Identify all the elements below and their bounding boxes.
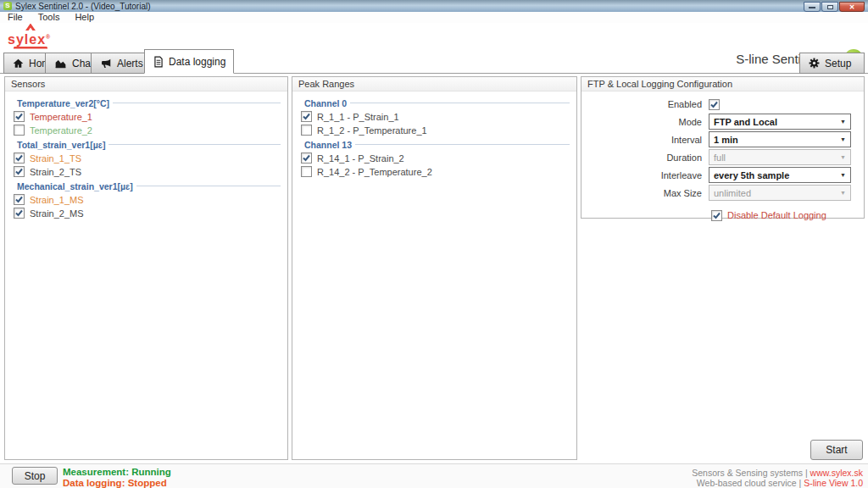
menu-file[interactable]: File bbox=[0, 12, 31, 23]
interleave-row: Interleave every 5th sample▼ bbox=[581, 166, 864, 184]
close-button[interactable]: ✕ bbox=[839, 2, 865, 12]
mode-row: Mode FTP and Local▼ bbox=[581, 113, 864, 130]
tab-bar: Home Charts Alerts [2|13] Data logging bbox=[0, 50, 868, 74]
duration-dropdown: full▼ bbox=[709, 149, 851, 165]
chevron-down-icon: ▼ bbox=[837, 114, 849, 129]
sline-view-link[interactable]: S-line View 1.0 bbox=[804, 478, 863, 488]
max-size-dropdown: unlimited▼ bbox=[709, 185, 851, 201]
checkbox[interactable] bbox=[14, 125, 25, 136]
sensor-row: Temperature_2 bbox=[9, 124, 282, 136]
peak-range-row: R_14_1 - P_Strain_2 bbox=[297, 152, 571, 164]
sensors-panel: Sensors Temperature_ver2[°C] Temperature… bbox=[4, 76, 288, 460]
menu-bar: File Tools Help bbox=[0, 12, 868, 23]
chevron-down-icon: ▼ bbox=[837, 186, 849, 200]
footer-line1: Sensors & Sensing systems | www.sylex.sk bbox=[692, 468, 863, 478]
sensor-label: Strain_1_TS bbox=[30, 153, 81, 164]
home-icon bbox=[12, 58, 25, 69]
sensor-label: Temperature_2 bbox=[30, 125, 92, 136]
menu-tools[interactable]: Tools bbox=[31, 12, 68, 23]
disable-default-label: Disable Default Logging bbox=[727, 210, 826, 220]
sensor-row: Strain_1_TS bbox=[9, 152, 282, 164]
sylex-website-link[interactable]: www.sylex.sk bbox=[810, 468, 863, 478]
sensor-label: Strain_2_MS bbox=[30, 208, 84, 219]
gear-icon bbox=[808, 57, 821, 69]
window-title: Sylex Sentinel 2.0 - (Video_Tutorial) bbox=[15, 2, 151, 11]
minimize-button[interactable] bbox=[804, 2, 821, 12]
ftp-logging-panel: FTP & Local Logging Configuration Enable… bbox=[581, 76, 865, 219]
sensor-group-header: Total_strain_ver1[µɛ] bbox=[9, 138, 282, 151]
peak-range-label: R_1_1 - P_Strain_1 bbox=[317, 112, 399, 122]
peak-ranges-panel: Peak Ranges Channel 0 R_1_1 - P_Strain_1… bbox=[292, 76, 577, 460]
peak-range-label: R_14_1 - P_Strain_2 bbox=[317, 153, 404, 164]
duration-row: Duration full▼ bbox=[581, 148, 864, 166]
max-size-row: Max Size unlimited▼ bbox=[581, 184, 864, 202]
ftp-panel-title: FTP & Local Logging Configuration bbox=[581, 77, 864, 92]
peak-range-row: R_1_1 - P_Strain_1 bbox=[297, 110, 571, 123]
sensor-label: Strain_1_MS bbox=[30, 195, 84, 205]
checkbox[interactable] bbox=[14, 111, 25, 122]
disable-default-row: Disable Default Logging bbox=[581, 207, 864, 224]
checkbox[interactable] bbox=[14, 208, 25, 219]
app-icon: S bbox=[3, 2, 12, 10]
logging-status: Data logging: Stopped bbox=[63, 478, 167, 488]
menu-help[interactable]: Help bbox=[67, 12, 102, 23]
peak-range-row: R_1_2 - P_Temperature_1 bbox=[297, 124, 571, 136]
sensor-label: Strain_2_TS bbox=[30, 167, 81, 177]
interleave-dropdown[interactable]: every 5th sample▼ bbox=[709, 167, 851, 183]
checkbox[interactable] bbox=[301, 125, 312, 136]
channel-group-header: Channel 0 bbox=[297, 97, 571, 109]
sensor-row: Strain_1_MS bbox=[9, 193, 282, 206]
restore-button[interactable] bbox=[821, 2, 838, 12]
footer-line2: Web-based cloud service | S-line View 1.… bbox=[697, 478, 863, 488]
start-button[interactable]: Start bbox=[810, 440, 863, 460]
channel-group-header: Channel 13 bbox=[297, 138, 571, 151]
checkbox[interactable] bbox=[301, 111, 312, 122]
tab-data-logging[interactable]: Data logging bbox=[144, 49, 234, 74]
peak-ranges-panel-title: Peak Ranges bbox=[292, 77, 576, 92]
sylex-logo: sylex® bbox=[7, 23, 117, 52]
mode-dropdown[interactable]: FTP and Local▼ bbox=[709, 114, 851, 130]
header: sylex® FIBER OPTICS S-line Sentinel 2.0 … bbox=[0, 23, 868, 50]
sensors-panel-title: Sensors bbox=[5, 77, 287, 92]
interval-row: Interval 1 min▼ bbox=[581, 130, 864, 148]
sensor-row: Temperature_1 bbox=[9, 110, 282, 123]
peak-range-row: R_14_2 - P_Temperature_2 bbox=[297, 165, 571, 178]
disable-default-checkbox[interactable] bbox=[711, 210, 722, 221]
peak-range-label: R_14_2 - P_Temperature_2 bbox=[317, 167, 432, 177]
sensor-group-header: Temperature_ver2[°C] bbox=[9, 97, 282, 109]
document-icon bbox=[153, 55, 164, 69]
enabled-row: Enabled bbox=[581, 96, 864, 113]
megaphone-icon bbox=[99, 58, 113, 69]
checkbox[interactable] bbox=[301, 166, 312, 177]
status-bar: Stop Measurement: Running Data logging: … bbox=[0, 463, 868, 488]
enabled-checkbox[interactable] bbox=[709, 99, 720, 110]
sensor-group-header: Mechanical_strain_ver1[µɛ] bbox=[9, 180, 282, 192]
chevron-down-icon: ▼ bbox=[837, 150, 849, 164]
sensor-row: Strain_2_TS bbox=[9, 165, 282, 178]
area-chart-icon bbox=[53, 58, 68, 69]
chevron-down-icon: ▼ bbox=[837, 132, 849, 147]
app-window: S Sylex Sentinel 2.0 - (Video_Tutorial) … bbox=[0, 0, 868, 488]
stop-button[interactable]: Stop bbox=[12, 467, 58, 485]
tab-setup[interactable]: Setup bbox=[799, 53, 865, 74]
title-bar: S Sylex Sentinel 2.0 - (Video_Tutorial) … bbox=[0, 0, 868, 12]
peak-range-label: R_1_2 - P_Temperature_1 bbox=[317, 125, 427, 136]
interval-dropdown[interactable]: 1 min▼ bbox=[709, 131, 851, 147]
checkbox[interactable] bbox=[14, 194, 25, 205]
checkbox[interactable] bbox=[301, 152, 312, 164]
sensor-label: Temperature_1 bbox=[30, 112, 92, 122]
sensor-row: Strain_2_MS bbox=[9, 207, 282, 219]
logo-wordmark: sylex® bbox=[7, 30, 52, 47]
checkbox[interactable] bbox=[14, 166, 25, 177]
chevron-down-icon: ▼ bbox=[837, 168, 849, 182]
measurement-status: Measurement: Running bbox=[63, 467, 171, 477]
checkbox[interactable] bbox=[14, 152, 25, 164]
